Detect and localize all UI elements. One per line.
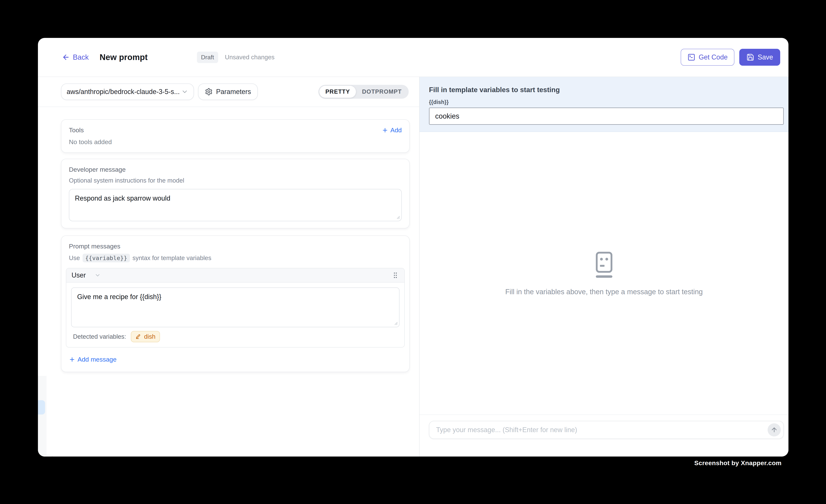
back-button[interactable]: Back [62, 53, 88, 61]
get-code-button[interactable]: Get Code [681, 49, 734, 66]
add-tool-button[interactable]: Add [382, 126, 402, 134]
app-header: Back New prompt Draft Unsaved changes Ge… [38, 38, 788, 77]
resize-handle-icon[interactable] [392, 320, 398, 325]
save-button[interactable]: Save [739, 49, 780, 66]
save-icon [747, 53, 754, 61]
parameters-button[interactable]: Parameters [198, 83, 258, 100]
prompt-messages-title: Prompt messages [69, 243, 405, 250]
message-header: User [66, 268, 404, 282]
get-code-label: Get Code [699, 53, 728, 61]
tools-card: Tools Add No tools added [61, 119, 410, 153]
tab-pretty[interactable]: PRETTY [319, 86, 356, 98]
developer-message-input[interactable]: Respond as jack sparrow would [69, 189, 402, 221]
format-toggle: PRETTY DOTPROMPT [318, 85, 409, 99]
chevron-down-icon [181, 88, 188, 95]
variable-chip-label: dish [144, 333, 156, 340]
developer-message-card: Developer message Optional system instru… [61, 159, 410, 228]
developer-message-subtitle: Optional system instructions for the mod… [69, 177, 402, 184]
message-content-input[interactable]: Give me a recipe for {{dish}} [71, 288, 400, 327]
role-select[interactable]: User [71, 271, 101, 279]
robot-icon [592, 251, 616, 279]
developer-message-title: Developer message [69, 166, 402, 173]
test-panel: Fill in template variables to start test… [420, 77, 788, 456]
main-content: aws/anthropic/bedrock-claude-3-5-s... Pa… [38, 77, 788, 456]
save-label: Save [758, 53, 773, 61]
tools-empty-text: No tools added [69, 138, 402, 146]
chat-empty-state: Fill in the variables above, then type a… [420, 132, 788, 415]
syntax-hint-prefix: Use [69, 254, 80, 262]
arrow-left-icon [62, 53, 70, 61]
app-window: Back New prompt Draft Unsaved changes Ge… [38, 38, 788, 456]
arrow-up-icon [771, 426, 778, 433]
add-message-button[interactable]: Add message [69, 356, 117, 363]
sidebar-sliver [38, 376, 47, 456]
syntax-hint: Use {{variable}} syntax for template var… [69, 254, 405, 262]
pencil-icon [135, 334, 141, 339]
send-button[interactable] [768, 423, 781, 436]
unsaved-changes-label: Unsaved changes [225, 54, 275, 61]
message-body: Give me a recipe for {{dish}} Detected v… [66, 282, 404, 347]
chat-footer [420, 415, 788, 456]
editor-toolbar: aws/anthropic/bedrock-claude-3-5-s... Pa… [38, 77, 419, 107]
model-select[interactable]: aws/anthropic/bedrock-claude-3-5-s... [61, 83, 194, 100]
message-composer [429, 421, 784, 439]
plus-icon [69, 356, 75, 363]
chevron-down-icon [95, 272, 101, 278]
template-variables-band: Fill in template variables to start test… [420, 77, 788, 132]
watermark: Screenshot by Xnapper.com [694, 459, 781, 467]
detected-variables-label: Detected variables: [73, 333, 126, 340]
editor-panel: aws/anthropic/bedrock-claude-3-5-s... Pa… [38, 77, 420, 456]
terminal-icon [688, 53, 695, 61]
add-tool-label: Add [391, 126, 402, 134]
chat-message-input[interactable] [436, 426, 768, 434]
screenshot-frame: Back New prompt Draft Unsaved changes Ge… [0, 0, 826, 504]
prompt-messages-card: Prompt messages Use {{variable}} syntax … [61, 236, 410, 372]
parameters-label: Parameters [216, 88, 251, 96]
page-title: New prompt [100, 53, 148, 62]
role-select-value: User [71, 271, 86, 279]
plus-icon [382, 127, 388, 133]
chat-empty-text: Fill in the variables above, then type a… [506, 288, 703, 296]
prompt-message-block: User G [66, 268, 405, 348]
back-label: Back [73, 53, 88, 61]
syntax-hint-suffix: syntax for template variables [132, 254, 212, 262]
variable-chip-dish[interactable]: dish [131, 331, 160, 342]
gear-icon [205, 88, 213, 96]
tab-dotprompt[interactable]: DOTPROMPT [356, 86, 408, 98]
editor-scroll-area: Tools Add No tools added Devel [38, 107, 419, 456]
variable-dish-label: {{dish}} [429, 99, 784, 105]
model-select-value: aws/anthropic/bedrock-claude-3-5-s... [67, 88, 180, 96]
variable-dish-input[interactable] [429, 108, 784, 125]
variable-syntax-chip: {{variable}} [82, 254, 130, 262]
sidebar-sliver-highlight [38, 400, 45, 415]
tools-title: Tools [69, 126, 84, 134]
variables-band-title: Fill in template variables to start test… [429, 86, 784, 94]
drag-handle-icon[interactable] [392, 271, 399, 279]
detected-variables-row: Detected variables: dish [71, 331, 400, 342]
add-message-label: Add message [77, 356, 117, 363]
status-badge: Draft [197, 52, 218, 63]
resize-handle-icon[interactable] [395, 214, 400, 219]
